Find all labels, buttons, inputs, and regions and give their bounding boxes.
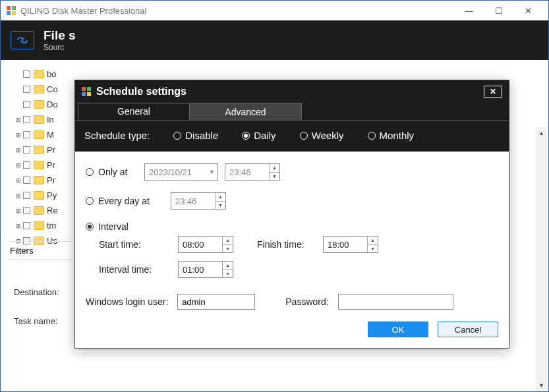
app-title: QILING Disk Master Professional [20, 6, 454, 16]
expand-icon[interactable]: ⊞ [14, 192, 23, 199]
finish-time-label: Finish time: [257, 239, 323, 250]
option-interval[interactable]: Interval [86, 221, 498, 232]
start-time-label: Start time: [99, 239, 178, 250]
tree-checkbox[interactable] [23, 222, 30, 229]
tree-checkbox[interactable] [23, 70, 30, 78]
tree-item-label: M [47, 130, 54, 140]
header-subtitle: Sourc [43, 43, 76, 52]
interval-time-label: Interval time: [99, 264, 178, 275]
tree-checkbox[interactable] [23, 192, 30, 199]
main-body: boCoDo⊞In⊞M⊞Pr⊞Pr⊞Pr⊞Py⊞Re⊞tm⊞Us Filters… [1, 60, 548, 391]
tree-item[interactable]: Do [14, 97, 73, 112]
folder-icon [34, 161, 44, 169]
folder-icon [34, 221, 44, 230]
folder-icon [34, 206, 44, 215]
expand-icon[interactable]: ⊞ [14, 223, 23, 229]
maximize-button[interactable]: ☐ [484, 1, 513, 20]
radio-disable[interactable]: Disable [173, 130, 218, 141]
scrollbar[interactable]: ▲ ▼ [536, 127, 547, 391]
dialog-body: Only at 2023/10/21▼ 23:46▲▼ Every day at… [75, 152, 509, 348]
tree-item[interactable]: ⊞M [14, 127, 73, 142]
tree-checkbox[interactable] [23, 207, 30, 214]
minimize-button[interactable]: — [454, 1, 484, 20]
folder-icon [34, 100, 44, 109]
main-titlebar: QILING Disk Master Professional — ☐ ✕ [1, 1, 548, 20]
chevron-down-icon: ▼ [209, 169, 215, 175]
tree-checkbox[interactable] [23, 177, 30, 184]
close-button[interactable]: ✕ [513, 1, 543, 20]
tree-item[interactable]: ⊞Re [14, 203, 73, 218]
tab-general[interactable]: General [78, 103, 190, 120]
tree-checkbox[interactable] [23, 86, 30, 93]
folder-icon [34, 115, 44, 124]
tree-checkbox[interactable] [23, 131, 30, 138]
only-at-time-spinner[interactable]: 23:46▲▼ [225, 163, 280, 181]
tree-item-label: Pr [47, 175, 55, 185]
folder-icon [34, 130, 44, 139]
dialog-tabs: General Advanced [75, 103, 509, 121]
expand-icon[interactable]: ⊞ [14, 147, 23, 154]
password-input[interactable] [338, 294, 453, 310]
tree-item[interactable]: Co [14, 82, 73, 97]
header-title: File s [43, 28, 76, 43]
only-at-date-combo[interactable]: 2023/10/21▼ [144, 163, 218, 181]
expand-icon[interactable]: ⊞ [14, 132, 23, 138]
folder-tree[interactable]: boCoDo⊞In⊞M⊞Pr⊞Pr⊞Pr⊞Py⊞Re⊞tm⊞Us [14, 67, 73, 248]
radio-daily[interactable]: Daily [242, 130, 275, 141]
ok-button[interactable]: OK [368, 322, 428, 337]
option-only-at[interactable]: Only at 2023/10/21▼ 23:46▲▼ [86, 163, 498, 181]
tree-item[interactable]: ⊞Pr [14, 157, 73, 173]
tree-item-label: Pr [47, 145, 55, 155]
expand-icon[interactable]: ⊞ [14, 208, 23, 214]
expand-icon[interactable]: ⊞ [14, 177, 23, 184]
folder-icon [34, 191, 44, 200]
tab-advanced[interactable]: Advanced [190, 103, 302, 120]
scroll-down-icon[interactable]: ▼ [536, 379, 547, 391]
scroll-up-icon[interactable]: ▲ [536, 127, 547, 138]
tree-item[interactable]: ⊞tm [14, 218, 73, 233]
filters-section[interactable]: Filters [9, 241, 71, 260]
dialog-cancel-button[interactable]: Cancel [438, 322, 498, 337]
svg-rect-2 [7, 11, 11, 15]
tree-checkbox[interactable] [23, 146, 30, 154]
tree-item[interactable]: ⊞Pr [14, 142, 73, 157]
start-time-spinner[interactable]: 08:00▲▼ [178, 236, 233, 253]
folder-icon [34, 146, 44, 154]
tree-checkbox[interactable] [23, 161, 30, 169]
task-name-label: Task name: [14, 306, 59, 335]
folder-icon [34, 70, 44, 78]
tree-item-label: Py [47, 190, 57, 200]
tree-item[interactable]: ⊞Pr [14, 173, 73, 188]
every-day-time-spinner[interactable]: 23:46▲▼ [171, 192, 226, 210]
login-user-label: Windows login user: [86, 296, 168, 307]
expand-icon[interactable]: ⊞ [14, 162, 23, 169]
app-logo-icon [6, 5, 16, 16]
login-user-input[interactable] [177, 294, 255, 310]
tree-item-label: tm [47, 221, 56, 231]
finish-time-spinner[interactable]: 18:00▲▼ [323, 236, 378, 253]
dialog-close-button[interactable]: ✕ [484, 86, 502, 98]
interval-grid: Start time: 08:00▲▼ Finish time: 18:00▲▼… [86, 236, 498, 278]
tree-item[interactable]: ⊞In [14, 112, 73, 127]
dialog-icon [82, 87, 91, 96]
option-every-day[interactable]: Every day at 23:46▲▼ [86, 192, 498, 210]
svg-rect-8 [82, 87, 86, 91]
tree-checkbox[interactable] [23, 116, 30, 123]
interval-time-spinner[interactable]: 01:00▲▼ [178, 261, 233, 278]
tree-item-label: Re [47, 206, 58, 215]
svg-rect-11 [87, 92, 91, 96]
svg-rect-9 [87, 87, 91, 91]
sync-icon [11, 31, 34, 49]
radio-weekly[interactable]: Weekly [300, 130, 344, 141]
every-day-label: Every day at [98, 196, 171, 206]
radio-monthly[interactable]: Monthly [368, 130, 415, 141]
svg-rect-1 [12, 6, 16, 10]
svg-rect-0 [7, 6, 11, 10]
expand-icon[interactable]: ⊞ [14, 117, 23, 123]
tree-item[interactable]: ⊞Py [14, 188, 73, 203]
tree-item-label: In [47, 115, 54, 125]
dialog-buttons: OK Cancel [86, 322, 498, 337]
tree-checkbox[interactable] [23, 101, 30, 108]
tree-item[interactable]: bo [14, 67, 73, 82]
dialog-title: Schedule settings [96, 86, 187, 98]
